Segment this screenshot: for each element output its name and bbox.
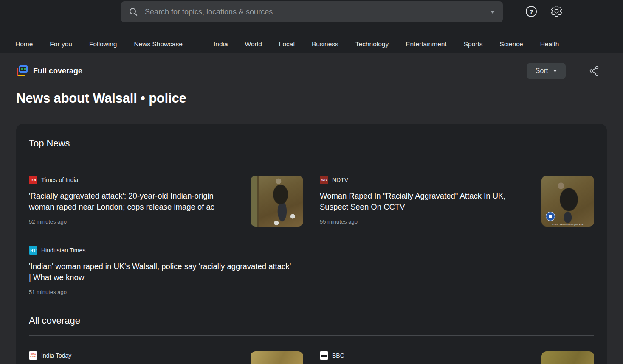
- article-timestamp: 51 minutes ago: [29, 289, 303, 295]
- source-name: India Today: [41, 352, 71, 359]
- article-ndtv: NDTV NDTV Woman Raped In "Racially Aggra…: [320, 176, 594, 227]
- article-timestamp: 55 minutes ago: [320, 218, 526, 225]
- nav-item-news-showcase[interactable]: News Showcase: [125, 40, 191, 48]
- content: Full coverage Sort News about Walsall • …: [0, 62, 623, 364]
- india-today-favicon: INDIA TODAY: [29, 351, 37, 360]
- all-coverage-heading: All coverage: [29, 315, 594, 327]
- nav-item-following[interactable]: Following: [81, 40, 125, 48]
- article-india-today: INDIA TODAY India Today: [29, 351, 303, 364]
- source-name: NDTV: [332, 176, 348, 183]
- full-coverage-toolbar: Full coverage Sort: [16, 62, 607, 79]
- search-icon: [129, 7, 138, 17]
- thumbnail-credit: Credit: westmidlands.police.uk: [541, 223, 594, 226]
- ndtv-favicon: NDTV: [320, 176, 328, 184]
- header: ?: [0, 0, 623, 35]
- bbc-favicon: [320, 351, 328, 360]
- times-of-india-favicon: TOI: [29, 176, 37, 184]
- page-title: News about Walsall • police: [16, 91, 607, 106]
- nav-item-health[interactable]: Health: [532, 40, 568, 48]
- article-headline[interactable]: 'Indian' woman raped in UK's Walsall, po…: [29, 261, 293, 283]
- article-times-of-india: TOI Times of India 'Racially aggravated …: [29, 176, 303, 227]
- sort-caret-icon: [553, 70, 557, 72]
- source-link[interactable]: NDTV NDTV: [320, 176, 526, 184]
- search-bar[interactable]: [121, 1, 503, 22]
- source-link[interactable]: TOI Times of India: [29, 176, 235, 184]
- article-thumbnail[interactable]: [541, 351, 594, 364]
- share-icon[interactable]: [589, 65, 600, 76]
- source-name: Hindustan Times: [41, 247, 85, 254]
- nav-item-sports[interactable]: Sports: [455, 40, 491, 48]
- full-coverage-icon: [16, 65, 28, 77]
- article-bbc: BBC: [320, 351, 594, 364]
- nav-item-world[interactable]: World: [237, 40, 271, 48]
- source-name: Times of India: [41, 176, 78, 183]
- source-link[interactable]: BBC: [320, 351, 526, 360]
- article-headline[interactable]: Woman Raped In "Racially Aggravated" Att…: [320, 190, 526, 213]
- article-thumbnail[interactable]: Credit: westmidlands.police.uk: [541, 176, 594, 227]
- nav-item-for-you[interactable]: For you: [41, 40, 81, 48]
- nav-item-business[interactable]: Business: [303, 40, 347, 48]
- article-headline[interactable]: 'Racially aggravated attack': 20-year-ol…: [29, 190, 235, 213]
- search-dropdown-caret-icon[interactable]: [490, 11, 495, 14]
- help-glyph: ?: [529, 8, 533, 15]
- google-news-full-coverage-page: ? Home For you Following News Showcase I…: [0, 0, 623, 364]
- article-thumbnail[interactable]: [251, 176, 303, 227]
- nav-item-local[interactable]: Local: [271, 40, 303, 48]
- empty-column: [320, 246, 594, 295]
- article-timestamp: 52 minutes ago: [29, 218, 235, 225]
- sort-button-label: Sort: [536, 67, 548, 75]
- main-nav: Home For you Following News Showcase Ind…: [0, 35, 623, 53]
- section-divider: [29, 335, 594, 336]
- top-news-heading: Top News: [29, 137, 594, 149]
- nav-item-entertainment[interactable]: Entertainment: [397, 40, 455, 48]
- top-news-row-1: TOI Times of India 'Racially aggravated …: [29, 176, 594, 227]
- article-hindustan-times: HT Hindustan Times 'Indian' woman raped …: [29, 246, 303, 295]
- top-news-row-2: HT Hindustan Times 'Indian' woman raped …: [29, 246, 594, 295]
- article-thumbnail[interactable]: [251, 351, 303, 364]
- nav-item-home[interactable]: Home: [7, 40, 41, 48]
- source-link[interactable]: HT Hindustan Times: [29, 246, 303, 255]
- settings-gear-icon[interactable]: [550, 5, 563, 17]
- source-link[interactable]: INDIA TODAY India Today: [29, 351, 235, 360]
- nav-item-india[interactable]: India: [205, 40, 237, 48]
- nav-item-science[interactable]: Science: [491, 40, 532, 48]
- police-badge-icon: [546, 212, 555, 221]
- search-input[interactable]: [145, 8, 485, 17]
- full-coverage-label: Full coverage: [33, 67, 82, 76]
- source-name: BBC: [332, 352, 344, 359]
- sort-button[interactable]: Sort: [527, 63, 566, 79]
- nav-item-technology[interactable]: Technology: [347, 40, 397, 48]
- coverage-card: Top News TOI Times of India 'Racially ag…: [16, 124, 607, 364]
- help-icon[interactable]: ?: [526, 6, 537, 17]
- hindustan-times-favicon: HT: [29, 246, 37, 255]
- all-coverage-row-1: INDIA TODAY India Today BBC: [29, 351, 594, 364]
- section-divider: [29, 158, 594, 158]
- nav-divider: [198, 38, 198, 50]
